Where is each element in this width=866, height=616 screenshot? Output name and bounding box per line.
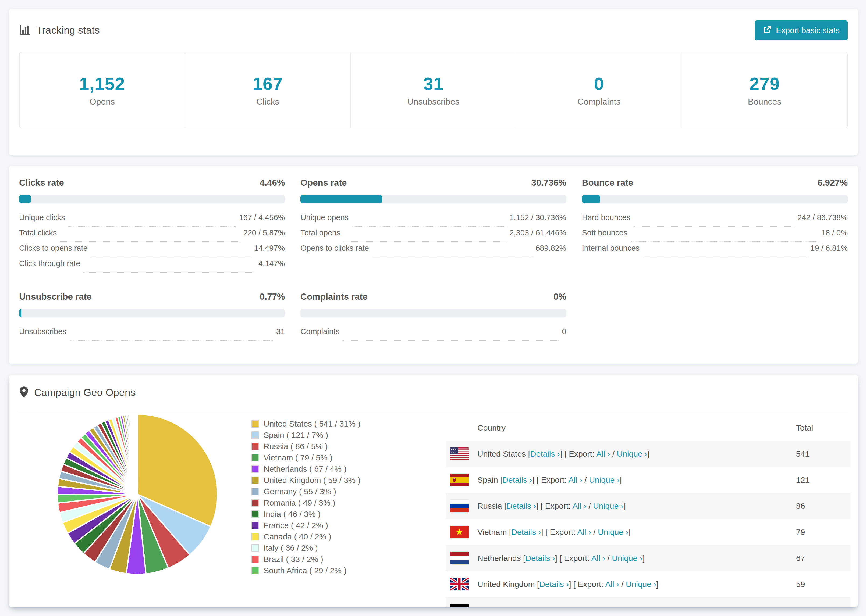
export-unique-link[interactable]: Unique › xyxy=(601,606,632,607)
dotted-leader xyxy=(634,226,794,226)
export-basic-stats-button[interactable]: Export basic stats xyxy=(755,20,848,40)
export-unique-link[interactable]: Unique › xyxy=(626,580,656,589)
rate-row-value: 1,152 / 30.736% xyxy=(509,213,566,222)
progress-fill-opens-rate xyxy=(301,195,382,203)
export-unique-link[interactable]: Unique › xyxy=(598,528,628,536)
rate-row-label: Total clicks xyxy=(19,228,57,237)
details-link[interactable]: Details › xyxy=(539,580,569,589)
export-label: Export: xyxy=(553,606,581,607)
progress-track-opens-rate xyxy=(301,195,566,203)
rate-row-value: 220 / 5.87% xyxy=(243,228,285,237)
export-unique-link[interactable]: Unique › xyxy=(593,501,624,511)
rate-row-value: 0 xyxy=(562,327,567,336)
export-label: Export: xyxy=(564,554,591,563)
tracking-stats-header: Tracking stats Export basic stats xyxy=(19,9,848,52)
table-row-united-states: United States [Details ›] [ Export: All … xyxy=(446,441,850,467)
export-all-link[interactable]: All › xyxy=(596,449,610,458)
dotted-leader xyxy=(372,257,532,257)
stat-card-unsubscribes: 31Unsubscribes xyxy=(350,52,516,128)
rate-row-label: Opens to clicks rate xyxy=(301,244,369,253)
details-link[interactable]: Details › xyxy=(525,554,555,563)
rates-row-1: Clicks rate4.46%Unique clicks167 / 4.456… xyxy=(19,178,848,274)
export-unique-link[interactable]: Unique › xyxy=(589,475,619,484)
progress-fill-unsubscribe-rate xyxy=(19,309,21,317)
export-all-link[interactable]: All › xyxy=(572,501,586,511)
bracket: ] xyxy=(632,606,634,607)
rate-rows: Hard bounces242 / 86.738%Soft bounces18 … xyxy=(582,213,848,259)
progress-track-unsubscribe-rate xyxy=(19,309,285,317)
bracket: ] [ xyxy=(545,606,553,607)
export-all-link[interactable]: All › xyxy=(605,580,619,589)
legend-item-spain: Spain ( 121 / 7% ) xyxy=(252,429,361,441)
rate-row-value: 31 xyxy=(276,327,285,336)
bracket: ] [ xyxy=(569,580,578,589)
rate-section-value: 4.46% xyxy=(260,178,285,188)
geo-pie-chart xyxy=(55,412,219,576)
stat-label: Unsubscribes xyxy=(408,97,460,107)
stat-label: Bounces xyxy=(748,97,781,107)
legend-label: France ( 42 / 2% ) xyxy=(264,521,328,530)
rate-row-label: Soft bounces xyxy=(582,228,627,237)
flag-es-icon xyxy=(450,473,469,486)
separator: / xyxy=(605,554,612,563)
pie-slice-other[interactable] xyxy=(137,414,137,494)
column-header-country: Country xyxy=(477,423,787,432)
flag-ru-icon xyxy=(450,500,469,512)
details-link[interactable]: Details › xyxy=(502,475,532,484)
stat-label: Clicks xyxy=(256,97,279,107)
country-name: United Kingdom xyxy=(477,580,537,589)
stat-value: 167 xyxy=(252,74,283,94)
export-all-link[interactable]: All › xyxy=(577,528,591,536)
details-link[interactable]: Details › xyxy=(515,606,545,607)
export-unique-link[interactable]: Unique › xyxy=(612,554,642,563)
legend-item-canada: Canada ( 40 / 2% ) xyxy=(252,531,361,542)
progress-track-clicks-rate xyxy=(19,195,285,203)
total-cell: 55 xyxy=(787,606,850,607)
total-cell: 79 xyxy=(787,528,850,537)
campaign-geo-opens-card: Campaign Geo Opens United States ( 541 /… xyxy=(9,375,858,607)
legend-item-russia: Russia ( 86 / 5% ) xyxy=(252,441,361,452)
legend-label: Germany ( 55 / 3% ) xyxy=(264,487,336,496)
rate-row-label: Total opens xyxy=(301,228,340,237)
details-link[interactable]: Details › xyxy=(511,528,541,536)
rate-section-head: Unsubscribe rate0.77% xyxy=(19,292,285,302)
legend-item-united-states: United States ( 541 / 31% ) xyxy=(252,418,361,429)
rate-section-bounce-rate: Bounce rate6.927%Hard bounces242 / 86.73… xyxy=(582,178,848,274)
separator: / xyxy=(591,528,598,536)
rate-row-label: Unique clicks xyxy=(19,213,65,222)
export-all-link[interactable]: All › xyxy=(591,554,605,563)
rate-section-clicks-rate: Clicks rate4.46%Unique clicks167 / 4.456… xyxy=(19,178,285,274)
details-link[interactable]: Details › xyxy=(531,449,560,458)
dotted-leader xyxy=(343,340,559,341)
export-all-link[interactable]: All › xyxy=(568,475,583,484)
progress-fill-clicks-rate xyxy=(19,195,31,203)
legend-swatch-icon xyxy=(252,465,259,473)
details-link[interactable]: Details › xyxy=(506,501,536,511)
bracket: [ xyxy=(537,580,539,589)
stat-card-clicks: 167Clicks xyxy=(185,52,350,128)
rate-section-title: Complaints rate xyxy=(301,292,367,302)
total-cell: 59 xyxy=(787,580,850,589)
summary-stats-box: 1,152Opens167Clicks31Unsubscribes0Compla… xyxy=(19,52,848,129)
dotted-leader xyxy=(631,241,818,242)
legend-label: United States ( 541 / 31% ) xyxy=(264,419,361,428)
total-cell: 67 xyxy=(787,554,850,563)
table-row-netherlands: Netherlands [Details ›] [ Export: All › … xyxy=(446,545,850,571)
export-all-link[interactable]: All › xyxy=(581,606,595,607)
export-unique-link[interactable]: Unique › xyxy=(617,449,647,458)
dotted-leader xyxy=(60,241,240,242)
export-label: Export: xyxy=(578,580,605,589)
rate-rows: Unique opens1,152 / 30.736%Total opens2,… xyxy=(301,213,566,259)
rate-row-value: 2,303 / 61.446% xyxy=(509,228,566,237)
bracket: ] [ xyxy=(532,475,541,484)
dotted-leader xyxy=(643,257,807,257)
rate-row-value: 689.82% xyxy=(535,244,567,253)
geo-legend: United States ( 541 / 31% )Spain ( 121 /… xyxy=(252,418,361,576)
rate-row-value: 18 / 0% xyxy=(821,228,848,237)
rate-row: Click through rate4.147% xyxy=(19,259,285,274)
dotted-leader xyxy=(83,272,255,272)
legend-item-south-africa: South Africa ( 29 / 2% ) xyxy=(252,565,361,576)
legend-swatch-icon xyxy=(252,488,259,495)
export-button-label: Export basic stats xyxy=(776,26,840,35)
rate-row-value: 4.147% xyxy=(258,259,285,268)
